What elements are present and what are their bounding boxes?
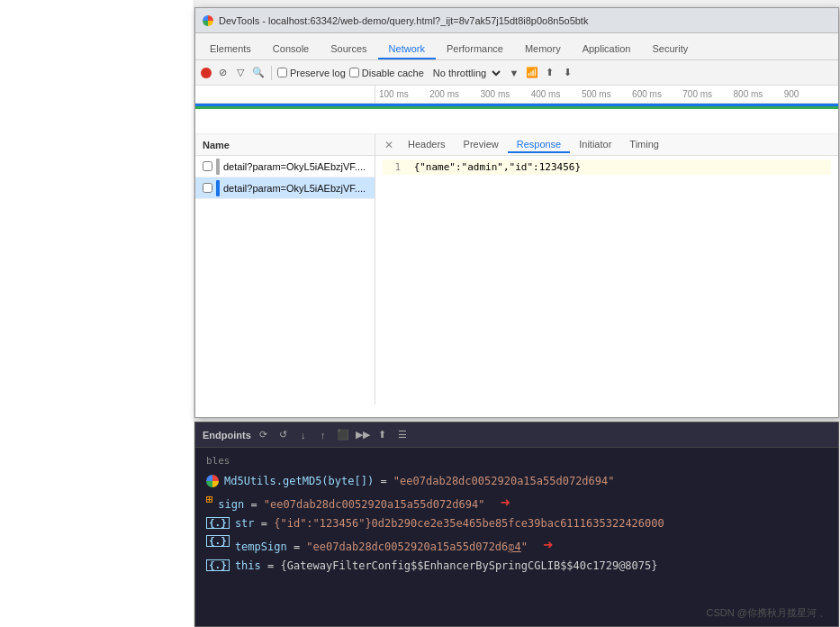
throttle-chevron-icon[interactable]: ▼ [507, 66, 521, 80]
tab-security[interactable]: Security [641, 40, 699, 59]
detail-tab-timing[interactable]: Timing [620, 137, 668, 153]
detail-tab-headers[interactable]: Headers [399, 137, 455, 153]
tick-900: 900 [784, 89, 835, 99]
debug-sign-value: "ee07dab28dc0052920a15a55d072d694" [264, 498, 485, 511]
debug-equals-2: = [250, 498, 263, 511]
tab-application[interactable]: Application [572, 40, 642, 59]
debug-tempsign-value: "ee07dab28dc0052920a15a55d072d6 [306, 541, 508, 553]
debug-line-1: Md5Utils.getMD5(byte[]) = "ee07dab28dc00… [206, 472, 827, 490]
detail-content: 1 {"name":"admin","id":123456} [375, 156, 838, 404]
name-column-header: Name [203, 140, 230, 150]
obj-icon-4: {.} [206, 535, 230, 547]
tab-elements[interactable]: Elements [199, 40, 262, 59]
grid-icon: ⊞ [206, 493, 212, 505]
debug-line-3: {.} str = {"id":"123456"}0d2b290ce2e35e4… [206, 514, 827, 532]
debug-prefix-1 [206, 475, 219, 487]
debug-sign-name: sign [218, 498, 244, 511]
debug-this-value: {GatewayFilterConfig$$EnhancerBySpringCG… [280, 559, 657, 572]
debug-content-1: Md5Utils.getMD5(byte[]) = "ee07dab28dc00… [224, 475, 615, 487]
request-name-2: detail?param=OkyL5iAEbzjVF.... [223, 183, 366, 194]
debug-line-2: ⊞ sign = "ee07dab28dc0052920a15a55d072d6… [206, 490, 827, 514]
progress-bar-row [195, 104, 838, 109]
refresh-icon[interactable]: ⟳ [257, 428, 271, 442]
tick-800ms: 800 ms [734, 89, 784, 99]
devtools-tab-bar: Elements Console Sources Network Perform… [195, 33, 838, 60]
debug-equals-3: = [261, 517, 274, 530]
request-item-2[interactable]: detail?param=OkyL5iAEbzjVF.... [195, 177, 375, 199]
next-icon[interactable]: ▶▶ [356, 428, 370, 442]
tick-200ms: 200 ms [429, 89, 480, 99]
tick-600ms: 600 ms [632, 89, 682, 99]
csdn-text: CSDN @你携秋月揽星河 、 [707, 607, 829, 618]
detail-panel: ✕ Headers Preview Response Initiator Tim… [375, 134, 838, 404]
timeline-header: 100 ms 200 ms 300 ms 400 ms 500 ms 600 m… [195, 86, 838, 104]
filter-icon[interactable]: ▽ [233, 66, 248, 80]
detail-tab-preview[interactable]: Preview [455, 137, 508, 153]
debug-content-5: this = {GatewayFilterConfig$$EnhancerByS… [235, 559, 658, 572]
debug-equals-5: = [267, 559, 280, 572]
request-list-panel: Name detail?param=OkyL5iAEbzjVF.... deta… [195, 134, 375, 404]
disable-cache-input[interactable] [349, 68, 359, 77]
throttle-select[interactable]: No throttling [428, 67, 503, 79]
network-conditions-icon[interactable]: 📶 [525, 66, 539, 80]
tab-performance[interactable]: Performance [436, 40, 514, 59]
timeline-ticks: 100 ms 200 ms 300 ms 400 ms 500 ms 600 m… [375, 89, 838, 99]
debug-tempsign-value2: ȹ4 [508, 541, 520, 553]
import-icon[interactable]: ⬆ [543, 66, 557, 80]
tab-memory[interactable]: Memory [514, 40, 572, 59]
debugger-panel: Endpoints ⟳ ↺ ↓ ↑ ⬛ ▶▶ ⬆ ☰ bles Md5Utils… [194, 422, 839, 627]
tick-700ms: 700 ms [682, 89, 733, 99]
breakpoint-icon[interactable]: ⬛ [336, 428, 350, 442]
request-name-1: detail?param=OkyL5iAEbzjVF.... [223, 161, 366, 172]
disable-cache-label: Disable cache [362, 68, 424, 78]
response-line-content-1: {"name":"admin","id":123456} [414, 161, 581, 173]
debug-content-2: sign = "ee07dab28dc0052920a15a55d072d694… [218, 493, 510, 512]
debugger-title: Endpoints [203, 430, 251, 441]
debug-content-3: str = {"id":"123456"}0d2b290ce2e35e465be… [235, 517, 664, 530]
debugger-toolbar: Endpoints ⟳ ↺ ↓ ↑ ⬛ ▶▶ ⬆ ☰ [195, 423, 838, 448]
devtools-window: DevTools - localhost:63342/web-demo/quer… [194, 7, 839, 418]
request-color-2 [216, 180, 220, 196]
network-main-panel: Name detail?param=OkyL5iAEbzjVF.... deta… [195, 134, 838, 404]
progress-bar-green [195, 106, 838, 109]
detail-tab-initiator[interactable]: Initiator [570, 137, 620, 153]
request-item-1[interactable]: detail?param=OkyL5iAEbzjVF.... [195, 156, 375, 177]
request-color-1 [216, 159, 220, 175]
request-checkbox-1[interactable] [203, 161, 212, 171]
export-debug-icon[interactable]: ⬆ [375, 428, 390, 442]
stop-icon[interactable]: ⊘ [215, 66, 230, 80]
blog-sidebar [0, 0, 194, 627]
preserve-log-checkbox[interactable]: Preserve log [277, 68, 346, 78]
tab-network[interactable]: Network [378, 40, 436, 59]
debug-this-name: this [235, 559, 261, 572]
obj-icon-3: {.} [206, 517, 230, 529]
detail-tab-response[interactable]: Response [508, 137, 571, 153]
step-down-icon[interactable]: ↓ [296, 428, 311, 442]
debug-equals-1: = [380, 475, 393, 487]
preserve-log-input[interactable] [277, 68, 287, 77]
arrow-icon-2: ➜ [543, 535, 553, 554]
chrome-debug-icon [206, 475, 219, 487]
search-icon[interactable]: 🔍 [251, 66, 266, 80]
debug-tempsign-value3: " [521, 541, 528, 553]
response-line-num-1: 1 [386, 161, 401, 173]
record-button[interactable] [201, 68, 212, 78]
debug-prefix-5: {.} [206, 559, 230, 571]
step-up-icon[interactable]: ↑ [316, 428, 330, 442]
columns-icon[interactable]: ☰ [395, 428, 410, 442]
step-back-icon[interactable]: ↺ [276, 428, 291, 442]
debug-str-value: {"id":"123456"}0d2b290ce2e35e465be85fce3… [274, 517, 664, 530]
export-icon[interactable]: ⬇ [561, 66, 575, 80]
response-line-1: 1 {"name":"admin","id":123456} [383, 159, 831, 175]
filter-row [195, 109, 838, 134]
detail-close-button[interactable]: ✕ [379, 139, 399, 151]
obj-icon-5: {.} [206, 559, 230, 571]
separator-1 [271, 66, 272, 80]
tab-console[interactable]: Console [262, 40, 320, 59]
detail-tab-bar: ✕ Headers Preview Response Initiator Tim… [375, 134, 838, 156]
debug-line-5: {.} this = {GatewayFilterConfig$$Enhance… [206, 557, 827, 575]
disable-cache-checkbox[interactable]: Disable cache [349, 68, 424, 78]
request-checkbox-2[interactable] [203, 183, 212, 193]
tick-500ms: 500 ms [582, 89, 632, 99]
tab-sources[interactable]: Sources [320, 40, 377, 59]
